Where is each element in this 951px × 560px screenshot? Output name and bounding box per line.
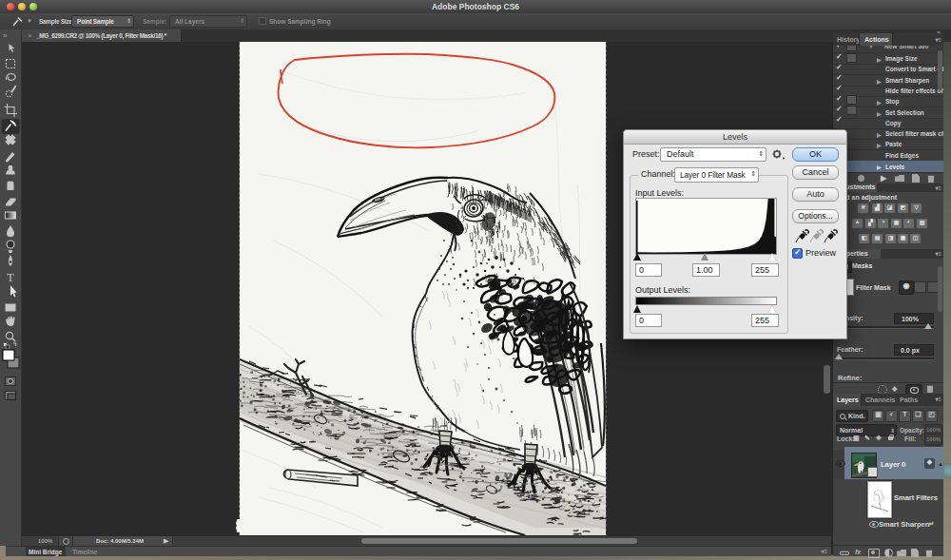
svg-text:»: » <box>3 31 8 40</box>
svg-text:T: T <box>7 271 14 284</box>
